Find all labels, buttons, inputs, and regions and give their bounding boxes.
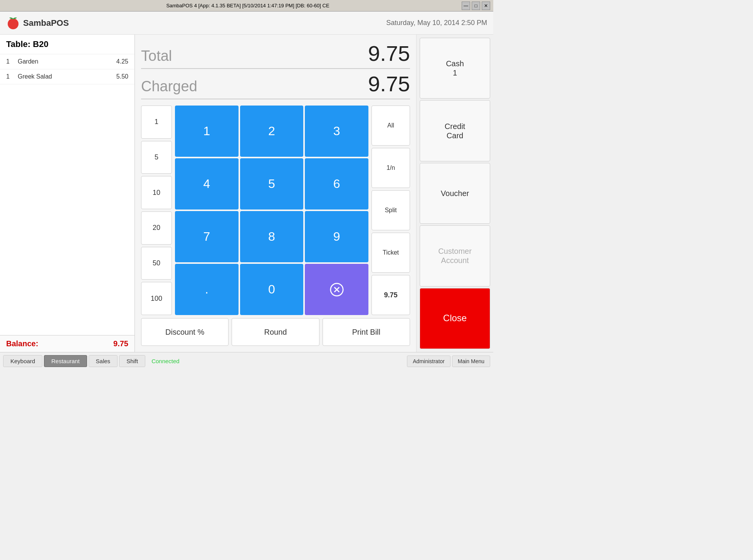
table-label: Table: B20 [0, 35, 134, 54]
numpad-0-button[interactable]: 0 [240, 264, 304, 315]
datetime-display: Saturday, May 10, 2014 2:50 PM [386, 19, 487, 27]
numpad-1n-button[interactable]: 1/n [371, 148, 410, 188]
order-item-qty: 1 [6, 58, 14, 65]
logo-area: SambaPOS [6, 16, 69, 30]
total-value: 9.75 [368, 41, 410, 66]
close-window-button[interactable]: ✕ [482, 2, 490, 10]
logo-icon [6, 16, 20, 30]
right-panel: Cash 1 Credit Card Voucher Customer Acco… [416, 35, 493, 352]
status-tab-sales[interactable]: Sales [89, 355, 118, 367]
balance-bar: Balance: 9.75 [0, 335, 134, 352]
charged-value: 9.75 [368, 71, 410, 96]
charged-label: Charged [141, 78, 197, 95]
charged-row: Charged 9.75 [141, 71, 410, 99]
status-tab-restaurant[interactable]: Restaurant [44, 355, 87, 367]
numpad-2-button[interactable]: 2 [240, 106, 304, 157]
numpad-.-button[interactable]: . [175, 264, 239, 315]
cash-button[interactable]: Cash 1 [420, 38, 490, 99]
backspace-button[interactable] [305, 264, 368, 315]
numpad-container: 15102050100 123456789.0 All1/nSplitTicke… [141, 106, 410, 315]
svg-point-0 [8, 18, 18, 29]
numpad-6-button[interactable]: 6 [305, 158, 368, 210]
quick-amount-button[interactable]: 50 [141, 247, 172, 280]
quick-amount-button[interactable]: 1 [141, 106, 172, 139]
status-tab-keyboard[interactable]: Keyboard [3, 355, 42, 367]
order-item[interactable]: 1 Garden 4.25 [0, 54, 134, 69]
numpad-4-button[interactable]: 4 [175, 158, 239, 210]
quick-amount-button[interactable]: 20 [141, 211, 172, 245]
order-item-price: 4.25 [116, 58, 128, 65]
numpad-split-button[interactable]: Split [371, 190, 410, 230]
titlebar: SambaPOS 4 [App: 4.1.35 BETA] [5/10/2014… [0, 0, 493, 12]
voucher-button[interactable]: Voucher [420, 163, 490, 224]
total-label: Total [141, 48, 172, 64]
right-status-area: AdministratorMain Menu [407, 355, 490, 367]
customer-account-button[interactable]: Customer Account [420, 225, 490, 286]
balance-value: 9.75 [113, 339, 128, 348]
order-item-price: 5.50 [116, 73, 128, 80]
quick-amounts: 15102050100 [141, 106, 172, 315]
totals-area: Total 9.75 Charged 9.75 [141, 41, 410, 102]
order-item-name: Greek Salad [14, 73, 116, 80]
numpad-right: All1/nSplitTicket9.75 [371, 106, 410, 315]
connected-status: Connected [151, 358, 180, 364]
minimize-button[interactable]: — [462, 2, 470, 10]
numpad-5-button[interactable]: 5 [240, 158, 304, 210]
print-bill-button[interactable]: Print Bill [323, 318, 410, 346]
total-row: Total 9.75 [141, 41, 410, 69]
statusbar: KeyboardRestaurantSalesShiftConnectedAdm… [0, 352, 493, 370]
order-list: 1 Garden 4.25 1 Greek Salad 5.50 [0, 54, 134, 335]
maximize-button[interactable]: □ [472, 2, 480, 10]
titlebar-controls: — □ ✕ [462, 2, 490, 10]
quick-amount-button[interactable]: 100 [141, 282, 172, 315]
quick-amount-button[interactable]: 10 [141, 176, 172, 209]
numpad-1-button[interactable]: 1 [175, 106, 239, 157]
numpad-grid: 123456789.0 [175, 106, 368, 315]
numpad-3-button[interactable]: 3 [305, 106, 368, 157]
close-button[interactable]: Close [420, 288, 490, 349]
logo-text: SambaPOS [23, 18, 69, 28]
numpad-ticket-button[interactable]: Ticket [371, 233, 410, 273]
order-item-name: Garden [14, 58, 116, 65]
numpad-7-button[interactable]: 7 [175, 211, 239, 262]
numpad-8-button[interactable]: 8 [240, 211, 304, 262]
discount-button[interactable]: Discount % [141, 318, 229, 346]
order-item[interactable]: 1 Greek Salad 5.50 [0, 69, 134, 84]
order-item-qty: 1 [6, 73, 14, 80]
center-panel: Total 9.75 Charged 9.75 15102050100 1234… [135, 35, 416, 352]
round-button[interactable]: Round [232, 318, 319, 346]
left-panel: Table: B20 1 Garden 4.25 1 Greek Salad 5… [0, 35, 135, 352]
header: SambaPOS Saturday, May 10, 2014 2:50 PM [0, 12, 493, 35]
credit-card-button[interactable]: Credit Card [420, 100, 490, 161]
numpad-9-button[interactable]: 9 [305, 211, 368, 262]
numpad-all-button[interactable]: All [371, 106, 410, 146]
admin-button[interactable]: Administrator [407, 355, 450, 367]
titlebar-title: SambaPOS 4 [App: 4.1.35 BETA] [5/10/2014… [34, 3, 462, 8]
status-tab-shift[interactable]: Shift [119, 355, 145, 367]
main-area: Table: B20 1 Garden 4.25 1 Greek Salad 5… [0, 35, 493, 352]
action-buttons: Discount % Round Print Bill [141, 318, 410, 346]
main-menu-button[interactable]: Main Menu [452, 355, 490, 367]
quick-amount-button[interactable]: 5 [141, 141, 172, 174]
numpad-amount-display[interactable]: 9.75 [371, 275, 410, 315]
balance-label: Balance: [6, 339, 38, 348]
